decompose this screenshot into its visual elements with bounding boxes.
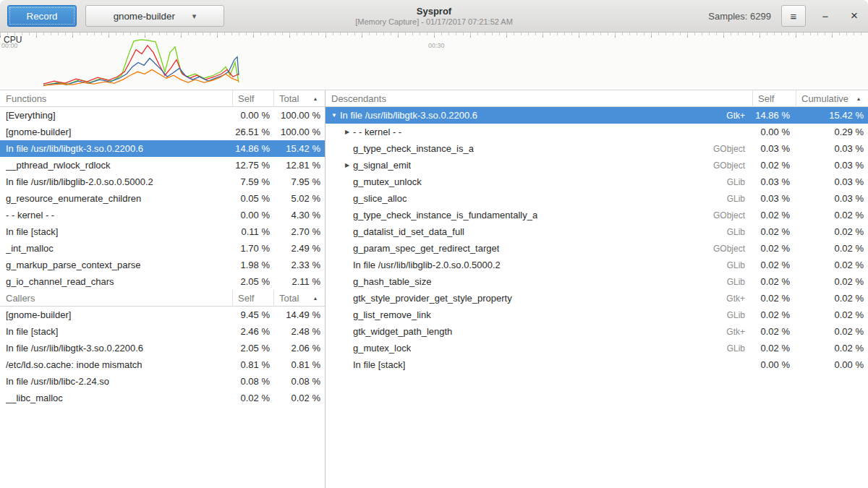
expander-collapsed-icon[interactable]: ▶ [341, 162, 353, 168]
descendants-table-row[interactable]: gtk_style_provider_get_style_propertyGtk… [326, 290, 868, 307]
total-percent-cell: 14.49 % [273, 309, 325, 320]
total-percent-cell: 2.48 % [273, 326, 325, 337]
callers-column-header[interactable]: Callers [0, 290, 232, 307]
callers-self-column-header[interactable]: Self [232, 290, 273, 307]
descendant-name-cell: gtk_style_provider_get_style_propertyGtk… [326, 293, 752, 304]
cumulative-percent-cell: 0.03 % [796, 176, 868, 187]
descendants-table-row[interactable]: g_mutex_unlockGLib0.03 %0.03 % [326, 174, 868, 190]
callers-total-column-header[interactable]: Total▴ [273, 290, 325, 307]
cumulative-percent-cell: 0.02 % [796, 309, 868, 320]
functions-total-column-header[interactable]: Total▴ [273, 90, 325, 107]
descendants-self-column-header[interactable]: Self [752, 90, 796, 107]
function-name: In file /usr/lib/libglib-2.0.so.0.5000.2 [6, 176, 153, 187]
self-percent-cell: 0.02 % [752, 226, 796, 237]
library-tag: GObject [713, 144, 752, 154]
callers-table-row[interactable]: In file [stack]2.46 %2.48 % [0, 323, 325, 340]
descendant-name: gtk_widget_path_length [353, 326, 452, 337]
self-percent-cell: 0.02 % [752, 160, 796, 171]
descendants-table-row[interactable]: g_param_spec_get_redirect_targetGObject0… [326, 240, 868, 257]
callers-table-row[interactable]: In file /usr/lib/libc-2.24.so0.08 %0.08 … [0, 373, 325, 390]
descendants-table-row[interactable]: In file [stack]0.00 %0.00 % [326, 356, 868, 373]
sort-indicator-icon: ▴ [314, 95, 317, 102]
cpu-timeline-graph[interactable]: CPU 00:00 00:30 [0, 33, 868, 90]
descendants-table-row[interactable]: g_slice_allocGLib0.03 %0.03 % [326, 190, 868, 207]
functions-table-row[interactable]: In file /usr/lib/libgtk-3.so.0.2200.614.… [0, 140, 325, 157]
descendant-name-cell: g_mutex_unlockGLib [326, 176, 752, 187]
descendant-name-cell: g_mutex_lockGLib [326, 343, 752, 354]
function-name: __libc_malloc [6, 393, 63, 403]
descendants-column-header[interactable]: Descendants [326, 90, 752, 107]
descendants-table-row[interactable]: g_list_remove_linkGLib0.02 %0.02 % [326, 307, 868, 323]
descendant-name-cell: ▶g_signal_emitGObject [326, 160, 752, 171]
cumulative-percent-cell: 0.02 % [796, 243, 868, 254]
menu-button[interactable]: ≡ [781, 5, 806, 27]
callers-table-body: [gnome-builder]9.45 %14.49 %In file [sta… [0, 307, 325, 406]
function-name: In file /usr/lib/libc-2.24.so [6, 376, 109, 387]
library-tag: Gtk+ [726, 294, 752, 304]
function-name: [gnome-builder] [6, 309, 71, 320]
functions-table-row[interactable]: g_markup_parse_context_parse1.98 %2.33 % [0, 257, 325, 273]
hamburger-menu-icon: ≡ [791, 10, 797, 22]
descendants-table-row[interactable]: gtk_widget_path_lengthGtk+0.02 %0.02 % [326, 323, 868, 340]
cumulative-percent-cell: 0.00 % [796, 359, 868, 370]
cumulative-percent-cell: 0.02 % [796, 326, 868, 337]
app-title: Sysprof [417, 6, 451, 17]
expander-collapsed-icon[interactable]: ▶ [341, 129, 353, 135]
total-percent-cell: 2.70 % [273, 226, 325, 237]
close-button[interactable]: × [845, 7, 864, 25]
dropdown-arrow-icon: ▾ [192, 12, 197, 21]
functions-table-row[interactable]: In file /usr/lib/libglib-2.0.so.0.5000.2… [0, 174, 325, 190]
self-percent-cell: 2.46 % [232, 326, 273, 337]
self-percent-cell: 0.02 % [752, 243, 796, 254]
callers-table-row[interactable]: In file /usr/lib/libgtk-3.so.0.2200.62.0… [0, 340, 325, 356]
library-tag: Gtk+ [726, 111, 752, 121]
function-name-cell: In file [stack] [0, 226, 232, 237]
self-percent-cell: 2.05 % [232, 343, 273, 354]
descendants-table-row[interactable]: ▶g_signal_emitGObject0.02 %0.03 % [326, 157, 868, 174]
functions-table-row[interactable]: In file [stack]0.11 %2.70 % [0, 223, 325, 240]
function-name-cell: - - kernel - - [0, 210, 232, 221]
cumulative-percent-cell: 0.03 % [796, 193, 868, 204]
descendant-name-cell: g_type_check_instance_is_fundamentally_a… [326, 210, 752, 221]
cumulative-percent-cell: 0.02 % [796, 276, 868, 287]
descendants-table-body: ▼In file /usr/lib/libgtk-3.so.0.2200.6Gt… [326, 107, 868, 373]
descendants-table-row[interactable]: In file /usr/lib/libglib-2.0.so.0.5000.2… [326, 257, 868, 273]
headerbar: Record gnome-builder ▾ Sysprof [Memory C… [0, 0, 868, 33]
expander-expanded-icon[interactable]: ▼ [328, 112, 340, 119]
self-percent-cell: 0.00 % [232, 110, 273, 121]
functions-table-row[interactable]: g_resource_enumerate_children0.05 %5.02 … [0, 190, 325, 207]
total-percent-cell: 2.06 % [273, 343, 325, 354]
descendants-table-row[interactable]: g_hash_table_sizeGLib0.02 %0.02 % [326, 273, 868, 290]
function-name: /etc/ld.so.cache: inode mismatch [6, 359, 142, 370]
minimize-button[interactable]: − [816, 7, 835, 25]
self-percent-cell: 1.98 % [232, 260, 273, 270]
callers-table-row[interactable]: /etc/ld.so.cache: inode mismatch0.81 %0.… [0, 356, 325, 373]
self-percent-cell: 0.03 % [752, 143, 796, 154]
functions-table-row[interactable]: g_io_channel_read_chars2.05 %2.11 % [0, 273, 325, 290]
cpu-usage-lines [0, 33, 868, 90]
descendants-table-row[interactable]: g_type_check_instance_is_aGObject0.03 %0… [326, 140, 868, 157]
functions-column-header[interactable]: Functions [0, 90, 232, 107]
functions-table-row[interactable]: - - kernel - -0.00 %4.30 % [0, 207, 325, 223]
functions-table-row[interactable]: __pthread_rwlock_rdlock12.75 %12.81 % [0, 157, 325, 174]
total-percent-cell: 2.49 % [273, 243, 325, 254]
functions-self-column-header[interactable]: Self [232, 90, 273, 107]
record-button[interactable]: Record [7, 5, 77, 27]
descendants-table-row[interactable]: g_datalist_id_set_data_fullGLib0.02 %0.0… [326, 223, 868, 240]
self-percent-cell: 0.02 % [752, 276, 796, 287]
process-selector-dropdown[interactable]: gnome-builder ▾ [85, 5, 224, 27]
descendant-name-cell: In file /usr/lib/libglib-2.0.so.0.5000.2… [326, 260, 752, 270]
callers-table-row[interactable]: [gnome-builder]9.45 %14.49 % [0, 307, 325, 323]
self-percent-cell: 0.08 % [232, 376, 273, 387]
total-percent-cell: 0.81 % [273, 359, 325, 370]
functions-table-row[interactable]: _int_malloc1.70 %2.49 % [0, 240, 325, 257]
functions-table-row[interactable]: [gnome-builder]26.51 %100.00 % [0, 124, 325, 140]
callers-table-row[interactable]: __libc_malloc0.02 %0.02 % [0, 390, 325, 406]
functions-table-row[interactable]: [Everything]0.00 %100.00 % [0, 107, 325, 124]
descendants-table-row[interactable]: g_mutex_lockGLib0.02 %0.02 % [326, 340, 868, 356]
descendants-table-row[interactable]: ▶- - kernel - -0.00 %0.29 % [326, 124, 868, 140]
descendants-cumulative-column-header[interactable]: Cumulative▴ [796, 90, 868, 107]
descendants-table-row[interactable]: g_type_check_instance_is_fundamentally_a… [326, 207, 868, 223]
descendants-table-row[interactable]: ▼In file /usr/lib/libgtk-3.so.0.2200.6Gt… [326, 107, 868, 124]
total-percent-cell: 100.00 % [273, 127, 325, 137]
